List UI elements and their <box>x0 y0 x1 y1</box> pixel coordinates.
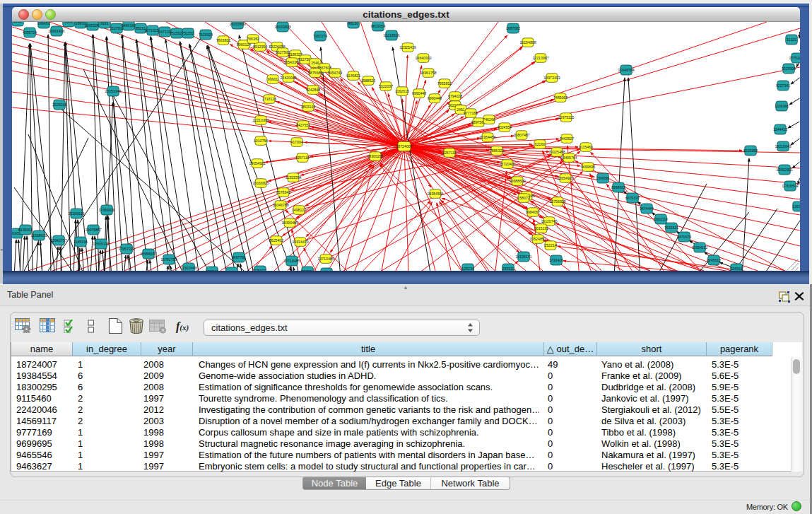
svg-text:16543362: 16543362 <box>283 60 300 64</box>
svg-text:99901: 99901 <box>268 77 278 81</box>
svg-text:252214: 252214 <box>544 243 556 247</box>
svg-text:12942737: 12942737 <box>50 238 66 243</box>
svg-text:12325419: 12325419 <box>399 45 416 49</box>
svg-text:2546: 2546 <box>311 61 319 65</box>
svg-text:9474444: 9474444 <box>640 206 654 211</box>
svg-text:16640910: 16640910 <box>415 56 431 60</box>
svg-text:13524851: 13524851 <box>529 237 546 241</box>
svg-text:13710485: 13710485 <box>317 257 334 261</box>
svg-text:19218506: 19218506 <box>383 33 399 37</box>
svg-text:129234: 129234 <box>461 267 473 271</box>
svg-text:7485063: 7485063 <box>553 95 567 100</box>
svg-text:8471676: 8471676 <box>677 235 691 239</box>
svg-text:169451: 169451 <box>37 22 49 25</box>
svg-text:8454749: 8454749 <box>328 71 342 75</box>
svg-text:10807487: 10807487 <box>513 133 529 137</box>
svg-text:3267110: 3267110 <box>295 156 310 160</box>
svg-text:9777169: 9777169 <box>464 111 478 115</box>
svg-text:283911: 283911 <box>502 267 514 271</box>
svg-text:8813054: 8813054 <box>371 24 385 28</box>
svg-text:16046788: 16046788 <box>272 203 288 207</box>
svg-text:7515524: 7515524 <box>199 33 213 37</box>
svg-text:7663822: 7663822 <box>216 38 230 42</box>
svg-text:126753: 126753 <box>792 204 800 209</box>
svg-text:13654923: 13654923 <box>557 176 573 180</box>
svg-text:12505135: 12505135 <box>93 242 109 246</box>
svg-text:1162615: 1162615 <box>395 89 409 93</box>
svg-text:62160: 62160 <box>535 142 546 146</box>
svg-text:20364456: 20364456 <box>479 135 495 139</box>
svg-text:2718126: 2718126 <box>262 97 276 101</box>
svg-text:2087682: 2087682 <box>506 26 520 30</box>
svg-text:9245612: 9245612 <box>707 258 721 262</box>
svg-text:20691406: 20691406 <box>48 29 64 33</box>
svg-text:9984067: 9984067 <box>526 210 540 214</box>
svg-text:1588520: 1588520 <box>361 78 375 83</box>
svg-text:15751034: 15751034 <box>789 56 800 60</box>
svg-text:2055: 2055 <box>13 22 22 23</box>
svg-text:417004: 417004 <box>290 140 302 144</box>
svg-text:9699695: 9699695 <box>581 165 595 169</box>
svg-text:8427552: 8427552 <box>296 123 310 127</box>
svg-text:158072: 158072 <box>517 196 529 200</box>
svg-text:7632621: 7632621 <box>664 226 678 230</box>
svg-text:6990448: 6990448 <box>412 91 426 95</box>
svg-text:8578342: 8578342 <box>276 190 290 194</box>
svg-text:1498222: 1498222 <box>292 208 306 212</box>
svg-text:13718485: 13718485 <box>283 259 300 263</box>
svg-text:1733426: 1733426 <box>549 258 563 262</box>
svg-text:9329906: 9329906 <box>782 66 796 71</box>
svg-text:20756928: 20756928 <box>549 199 565 204</box>
svg-text:18724007: 18724007 <box>396 144 412 148</box>
svg-text:4055724: 4055724 <box>23 30 37 35</box>
svg-text:19166825: 19166825 <box>252 181 269 185</box>
svg-text:9146821: 9146821 <box>346 74 360 78</box>
svg-text:1015132: 1015132 <box>534 226 548 230</box>
svg-text:10025488: 10025488 <box>548 150 565 154</box>
svg-text:9115460: 9115460 <box>579 145 593 149</box>
svg-text:17359938: 17359938 <box>98 208 114 212</box>
svg-text:6679197: 6679197 <box>625 196 640 200</box>
svg-text:12213967: 12213967 <box>532 56 548 60</box>
svg-text:16210643: 16210643 <box>775 144 791 148</box>
svg-text:6794028: 6794028 <box>448 94 462 98</box>
svg-text:19975887: 19975887 <box>85 228 101 232</box>
svg-text:924561: 924561 <box>730 267 742 271</box>
svg-text:7886322: 7886322 <box>490 148 504 153</box>
svg-text:10973493: 10973493 <box>543 76 560 80</box>
svg-text:16099489: 16099489 <box>281 221 298 225</box>
svg-text:20053346: 20053346 <box>105 89 121 93</box>
svg-text:16154808: 16154808 <box>519 40 536 45</box>
svg-text:7625402: 7625402 <box>269 238 283 243</box>
svg-text:8938923: 8938923 <box>611 185 625 189</box>
svg-text:13495764: 13495764 <box>560 156 577 160</box>
svg-text:14136141: 14136141 <box>515 255 531 259</box>
svg-text:20206516: 20206516 <box>68 211 84 216</box>
svg-text:15692901: 15692901 <box>776 168 792 172</box>
svg-text:88130: 88130 <box>348 22 359 25</box>
svg-text:3267110: 3267110 <box>442 151 457 155</box>
svg-text:1003: 1003 <box>64 22 73 24</box>
svg-text:164095: 164095 <box>596 176 608 180</box>
svg-text:10648784: 10648784 <box>618 68 634 72</box>
svg-text:8215958: 8215958 <box>743 148 758 153</box>
svg-text:7357274: 7357274 <box>313 34 327 38</box>
svg-text:10654112: 10654112 <box>692 245 708 250</box>
svg-text:11121: 11121 <box>787 37 796 42</box>
svg-text:2933114: 2933114 <box>654 217 668 221</box>
svg-text:11568629: 11568629 <box>31 233 47 238</box>
svg-text:5875685: 5875685 <box>308 71 322 75</box>
svg-text:1244415: 1244415 <box>773 127 787 132</box>
svg-text:10958107: 10958107 <box>140 252 156 256</box>
svg-text:12213392: 12213392 <box>252 118 269 122</box>
svg-text:8195001: 8195001 <box>18 228 33 232</box>
svg-text:19384554: 19384554 <box>427 192 443 196</box>
svg-text:2803144: 2803144 <box>301 105 315 109</box>
svg-text:9457791: 9457791 <box>232 255 246 259</box>
svg-text:751552: 751552 <box>182 31 194 35</box>
svg-text:746266: 746266 <box>483 117 495 122</box>
svg-text:6990448: 6990448 <box>428 96 442 100</box>
svg-text:8912954: 8912954 <box>253 45 267 49</box>
svg-text:16033809: 16033809 <box>229 22 245 26</box>
svg-text:9227341: 9227341 <box>776 83 790 88</box>
